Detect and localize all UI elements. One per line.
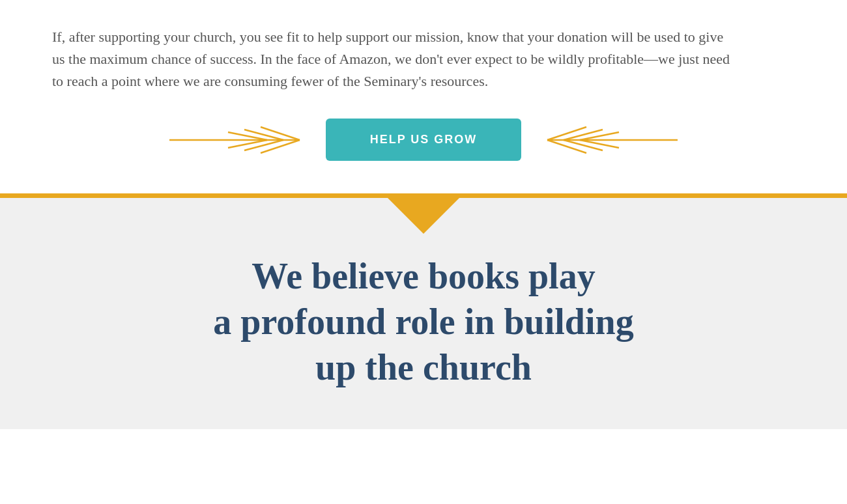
right-arrow-decoration — [534, 120, 678, 160]
svg-line-1 — [261, 127, 300, 140]
svg-line-3 — [244, 130, 283, 140]
triangle-container — [0, 198, 847, 234]
svg-line-9 — [547, 140, 586, 153]
help-us-grow-button[interactable]: HELP US GROW — [326, 119, 521, 161]
svg-line-4 — [244, 140, 283, 150]
body-paragraph: If, after supporting your church, you se… — [52, 26, 736, 92]
svg-line-10 — [564, 130, 603, 140]
decorative-right — [521, 120, 795, 160]
bottom-section: We believe books play a profound role in… — [0, 234, 847, 429]
svg-line-8 — [547, 127, 586, 140]
bottom-heading: We believe books play a profound role in… — [52, 253, 795, 390]
decorative-left — [52, 120, 326, 160]
cta-row: HELP US GROW — [52, 119, 795, 161]
svg-line-2 — [261, 140, 300, 153]
triangle-down-icon — [388, 198, 459, 234]
top-section: If, after supporting your church, you se… — [0, 0, 847, 193]
svg-line-11 — [564, 140, 603, 150]
left-arrow-decoration — [169, 120, 313, 160]
